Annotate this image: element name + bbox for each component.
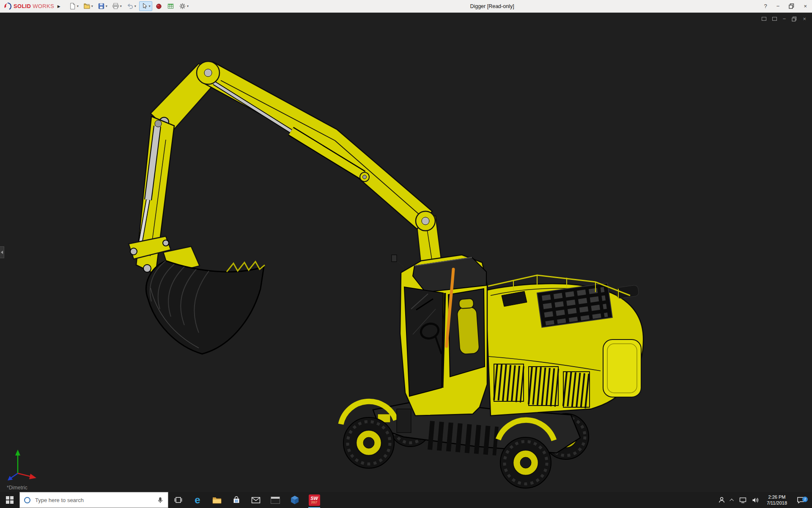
table-grid-icon <box>167 3 174 10</box>
doc-minimize-button[interactable]: − <box>783 16 786 22</box>
boom-arm[interactable] <box>151 61 435 231</box>
open-button[interactable]: ▾ <box>82 1 95 11</box>
save-button[interactable]: ▾ <box>96 1 109 11</box>
dropdown-arrow-icon: ▾ <box>187 4 189 8</box>
clock-date: 7/11/2018 <box>767 500 787 506</box>
edge-button[interactable]: e <box>188 492 207 508</box>
select-cursor-icon <box>141 3 148 10</box>
network-icon[interactable] <box>739 497 746 503</box>
undo-icon <box>126 3 134 10</box>
dropdown-arrow-icon: ▾ <box>77 4 79 8</box>
tile-window-icon[interactable] <box>772 17 777 21</box>
window-controls: ? − × <box>764 0 807 12</box>
bucket[interactable] <box>146 246 265 354</box>
chevron-left-icon <box>1 251 3 254</box>
taskbar: e SW 2017 <box>0 492 812 508</box>
microphone-icon[interactable] <box>157 496 164 504</box>
mail-button[interactable] <box>246 492 266 508</box>
ds-logo-icon <box>3 2 12 11</box>
start-button[interactable] <box>0 492 19 508</box>
document-window-controls: − × <box>762 16 806 22</box>
wheel-rear-left[interactable] <box>500 437 551 488</box>
store-button[interactable] <box>227 492 246 508</box>
new-document-button[interactable]: ▾ <box>67 1 80 11</box>
open-folder-icon <box>83 3 91 10</box>
model-canvas[interactable] <box>0 13 812 492</box>
options-button[interactable]: ▾ <box>177 1 190 11</box>
edge-icon: e <box>195 495 200 505</box>
notification-badge: 2 <box>802 497 808 502</box>
side-door <box>603 340 641 397</box>
store-bag-icon <box>232 496 241 504</box>
search-input[interactable] <box>34 497 153 504</box>
undo-button[interactable]: ▾ <box>125 1 138 11</box>
view-orientation-label: *Dimetric <box>7 485 27 491</box>
task-view-icon <box>174 496 182 504</box>
print-icon <box>112 3 119 10</box>
minimize-button[interactable]: − <box>776 3 780 9</box>
doc-close-button[interactable]: × <box>803 16 806 22</box>
toolbar-flyout-arrow[interactable]: ▶ <box>58 4 60 8</box>
evaluate-button[interactable] <box>165 1 176 11</box>
task-view-button[interactable] <box>168 492 188 508</box>
dropdown-arrow-icon: ▾ <box>91 4 93 8</box>
console-button[interactable] <box>266 492 285 508</box>
dropdown-arrow-icon: ▾ <box>106 4 107 8</box>
cad-viewer-button[interactable] <box>285 492 304 508</box>
close-button[interactable]: × <box>804 3 807 9</box>
stick-arm[interactable] <box>129 116 174 274</box>
cube-icon <box>291 495 299 505</box>
gear-icon <box>179 3 186 10</box>
appearance-button[interactable] <box>154 1 164 11</box>
brand-works-text: WORKS <box>33 3 54 9</box>
print-button[interactable]: ▾ <box>110 1 123 11</box>
dropdown-arrow-icon: ▾ <box>134 4 136 8</box>
taskbar-clock[interactable]: 2:26 PM 7/11/2018 <box>764 494 790 506</box>
solidworks-brand: SOLIDWORKS <box>3 2 54 11</box>
graphics-viewport[interactable]: − × <box>0 13 812 492</box>
help-button[interactable]: ? <box>764 3 767 9</box>
orientation-triad[interactable] <box>5 447 41 483</box>
system-tray: 2:26 PM 7/11/2018 2 <box>715 492 812 508</box>
dropdown-arrow-icon: ▾ <box>149 4 151 8</box>
solidworks-app-icon: SW 2017 <box>309 494 320 506</box>
file-explorer-button[interactable] <box>207 492 227 508</box>
new-document-icon <box>69 3 76 10</box>
save-icon <box>98 3 105 10</box>
appearance-sphere-icon <box>155 3 162 10</box>
windows-logo-icon <box>6 496 14 504</box>
select-tool-button[interactable]: ▾ <box>139 1 152 11</box>
console-window-icon <box>271 497 280 504</box>
file-explorer-icon <box>212 496 222 504</box>
document-title: Digger [Read-only] <box>470 3 514 9</box>
cortana-icon <box>24 497 30 503</box>
engine-body[interactable] <box>486 275 643 416</box>
restore-button[interactable] <box>789 3 794 9</box>
clock-time: 2:26 PM <box>767 494 787 500</box>
excavator-model[interactable] <box>129 61 643 488</box>
titlebar: SOLIDWORKS ▶ ▾ ▾ ▾ <box>0 0 812 13</box>
main-toolbar: ▾ ▾ ▾ ▾ ▾ <box>67 1 190 11</box>
volume-icon[interactable] <box>752 497 759 503</box>
mail-icon <box>251 497 261 504</box>
solidworks-app-button[interactable]: SW 2017 <box>304 492 324 508</box>
chevron-up-icon <box>730 498 734 502</box>
dropdown-arrow-icon: ▾ <box>120 4 122 8</box>
action-center-button[interactable]: 2 <box>795 497 809 504</box>
task-pane-collapse-tab[interactable] <box>0 246 4 258</box>
doc-restore-button[interactable] <box>792 17 797 22</box>
tray-expand-button[interactable] <box>731 499 734 502</box>
wheel-front-left[interactable] <box>343 417 394 468</box>
people-icon[interactable] <box>718 497 725 503</box>
brand-solid-text: SOLID <box>14 3 31 9</box>
taskbar-search[interactable] <box>19 492 168 508</box>
new-window-icon[interactable] <box>762 17 766 21</box>
mirror <box>392 255 397 262</box>
